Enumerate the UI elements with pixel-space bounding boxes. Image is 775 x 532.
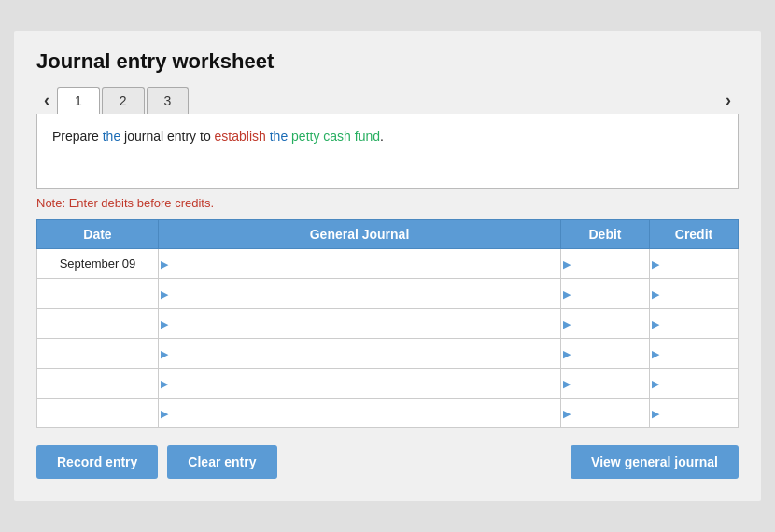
tab-1[interactable]: 1 <box>57 87 100 114</box>
note-text: Note: Enter debits before credits. <box>36 196 739 210</box>
date-cell-5 <box>37 369 159 399</box>
tab-3[interactable]: 3 <box>147 87 190 114</box>
journal-input-wrapper-2: ▶ <box>159 283 560 304</box>
credit-input-1[interactable] <box>650 253 738 274</box>
credit-input-6[interactable] <box>650 402 738 424</box>
debit-cell-5[interactable]: ▶ <box>561 369 650 399</box>
credit-input-wrapper-2: ▶ <box>650 283 738 304</box>
journal-cell-6[interactable]: ▶ <box>159 399 561 428</box>
buttons-row: Record entry Clear entry View general jo… <box>36 445 739 479</box>
credit-cell-1[interactable]: ▶ <box>650 249 739 279</box>
credit-input-wrapper-5: ▶ <box>650 372 738 394</box>
journal-input-6[interactable] <box>159 402 560 424</box>
journal-input-wrapper-1: ▶ <box>159 253 560 274</box>
debit-input-wrapper-4: ▶ <box>561 343 649 364</box>
credit-input-5[interactable] <box>650 372 738 394</box>
view-general-journal-button[interactable]: View general journal <box>571 445 739 479</box>
table-row: ▶ ▶ ▶ <box>37 339 739 369</box>
credit-input-wrapper-6: ▶ <box>650 402 738 424</box>
journal-input-wrapper-6: ▶ <box>159 402 560 424</box>
journal-input-2[interactable] <box>159 283 560 304</box>
journal-cell-2[interactable]: ▶ <box>159 279 561 309</box>
table-row: ▶ ▶ ▶ <box>37 369 739 399</box>
credit-input-2[interactable] <box>650 283 738 304</box>
page-title: Journal entry worksheet <box>36 49 739 74</box>
credit-input-4[interactable] <box>650 343 738 364</box>
header-date: Date <box>37 220 159 249</box>
tab-2[interactable]: 2 <box>102 87 145 114</box>
credit-cell-6[interactable]: ▶ <box>650 399 739 428</box>
journal-input-3[interactable] <box>159 313 560 334</box>
table-row: September 09 ▶ ▶ ▶ <box>37 249 739 279</box>
header-debit: Debit <box>561 220 650 249</box>
credit-cell-5[interactable]: ▶ <box>650 369 739 399</box>
debit-input-wrapper-5: ▶ <box>561 372 649 394</box>
debit-input-4[interactable] <box>561 343 649 364</box>
journal-input-wrapper-3: ▶ <box>159 313 560 334</box>
instruction-box: Prepare the journal entry to establish t… <box>36 114 739 189</box>
journal-table: Date General Journal Debit Credit Septem… <box>36 219 739 428</box>
debit-cell-4[interactable]: ▶ <box>561 339 650 369</box>
debit-input-5[interactable] <box>561 372 649 394</box>
journal-input-4[interactable] <box>159 343 560 364</box>
date-cell-1: September 09 <box>37 249 159 279</box>
record-entry-button[interactable]: Record entry <box>36 445 158 479</box>
header-general-journal: General Journal <box>159 220 561 249</box>
highlight-the2: the <box>270 129 288 144</box>
credit-cell-4[interactable]: ▶ <box>650 339 739 369</box>
tabs-row: ‹ 1 2 3 › <box>36 87 739 114</box>
journal-input-5[interactable] <box>159 372 560 394</box>
debit-cell-3[interactable]: ▶ <box>561 309 650 339</box>
credit-input-wrapper-3: ▶ <box>650 313 738 334</box>
debit-input-6[interactable] <box>561 402 649 424</box>
next-tab-arrow[interactable]: › <box>718 87 739 114</box>
credit-input-wrapper-4: ▶ <box>650 343 738 364</box>
credit-cell-3[interactable]: ▶ <box>650 309 739 339</box>
main-container: Journal entry worksheet ‹ 1 2 3 › Prepar… <box>14 31 761 501</box>
table-row: ▶ ▶ ▶ <box>37 279 739 309</box>
date-cell-3 <box>37 309 159 339</box>
journal-cell-4[interactable]: ▶ <box>159 339 561 369</box>
debit-input-wrapper-1: ▶ <box>561 253 649 274</box>
highlight-pettycash: petty cash fund <box>291 129 380 144</box>
date-cell-6 <box>37 399 159 428</box>
journal-cell-3[interactable]: ▶ <box>159 309 561 339</box>
debit-input-2[interactable] <box>561 283 649 304</box>
debit-input-wrapper-2: ▶ <box>561 283 649 304</box>
table-row: ▶ ▶ ▶ <box>37 309 739 339</box>
journal-cell-1[interactable]: ▶ <box>159 249 561 279</box>
debit-input-1[interactable] <box>561 253 649 274</box>
date-cell-2 <box>37 279 159 309</box>
debit-input-wrapper-3: ▶ <box>561 313 649 334</box>
highlight-establish: establish <box>215 129 266 144</box>
debit-cell-6[interactable]: ▶ <box>561 399 650 428</box>
clear-entry-button[interactable]: Clear entry <box>167 445 276 479</box>
header-credit: Credit <box>650 220 739 249</box>
credit-cell-2[interactable]: ▶ <box>650 279 739 309</box>
debit-input-wrapper-6: ▶ <box>561 402 649 424</box>
credit-input-3[interactable] <box>650 313 738 334</box>
highlight-the: the <box>103 129 120 144</box>
debit-cell-2[interactable]: ▶ <box>561 279 650 309</box>
date-cell-4 <box>37 339 159 369</box>
instruction-text: Prepare the journal entry to establish t… <box>52 129 384 144</box>
tabs-container: 1 2 3 <box>57 87 718 114</box>
journal-cell-5[interactable]: ▶ <box>159 369 561 399</box>
credit-input-wrapper-1: ▶ <box>650 253 738 274</box>
journal-input-wrapper-4: ▶ <box>159 343 560 364</box>
debit-input-3[interactable] <box>561 313 649 334</box>
table-row: ▶ ▶ ▶ <box>37 399 739 428</box>
journal-input-wrapper-5: ▶ <box>159 372 560 394</box>
prev-tab-arrow[interactable]: ‹ <box>36 87 57 114</box>
journal-input-1[interactable] <box>159 253 560 274</box>
debit-cell-1[interactable]: ▶ <box>561 249 650 279</box>
